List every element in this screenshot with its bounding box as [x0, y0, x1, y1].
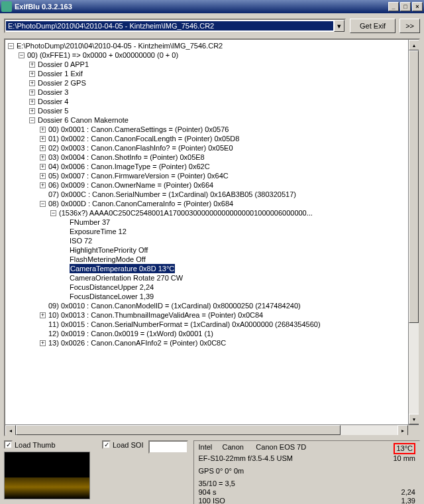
tree-leaf[interactable]: CameraOrientation Rotate 270 CW: [70, 273, 183, 283]
titlebar: ExifBlu 0.3.2.163 _ □ ×: [0, 0, 424, 13]
minimize-button[interactable]: _: [388, 2, 399, 11]
load-thumb-checkbox[interactable]: Load Thumb: [4, 440, 56, 449]
expand-icon[interactable]: +: [29, 90, 35, 95]
expand-icon[interactable]: +: [40, 127, 46, 133]
tree-node[interactable]: 09) 0x0010 : Canon.CanonModelID = (1xCar…: [48, 301, 301, 310]
tree-node[interactable]: 00) 0x0001 : Canon.CameraSettings = (Poi…: [48, 125, 229, 134]
expand-icon[interactable]: +: [40, 173, 46, 179]
expand-icon[interactable]: +: [29, 71, 35, 77]
load-soi-checkbox[interactable]: Load SOI: [102, 440, 143, 449]
exif-tree[interactable]: −E:\PhotoDump\2010\04\2010-04-05 - Kintz…: [5, 40, 419, 424]
temperature-highlight: 13°C: [394, 443, 415, 454]
tree-leaf[interactable]: ExposureTime 12: [70, 227, 127, 236]
checkbox-icon: [102, 440, 111, 449]
tree-node[interactable]: 13) 0x0026 : Canon.CanonAFInfo2 = (Point…: [48, 338, 226, 347]
path-value: E:\PhotoDump\2010\04\2010-04-05 - Kintzh…: [6, 21, 333, 31]
focal-length: 10 mm: [393, 454, 415, 463]
expand-icon[interactable]: −: [8, 43, 14, 49]
focus-upper: 2,24: [401, 488, 415, 497]
value-input[interactable]: [148, 440, 188, 454]
expand-icon[interactable]: +: [40, 164, 46, 170]
scroll-down-icon[interactable]: ▾: [409, 414, 419, 424]
scroll-up-icon[interactable]: ▴: [409, 40, 419, 50]
expand-icon[interactable]: +: [40, 340, 46, 346]
exposure: 904 s: [198, 488, 216, 497]
expand-icon[interactable]: +: [40, 312, 46, 318]
tree-node[interactable]: Dossier 6 Canon Makernote: [38, 115, 129, 125]
byte-order: Intel: [198, 443, 212, 451]
expand-icon[interactable]: +: [40, 145, 46, 151]
gps: GPS 0° 0° 0m: [198, 467, 244, 475]
tree-node[interactable]: 03) 0x0004 : Canon.ShotInfo = (Pointer) …: [48, 153, 205, 162]
app-icon: [1, 1, 12, 12]
tree-node[interactable]: (1536x?) AAAA0C250C2548001A1700030000000…: [59, 208, 313, 218]
tree-node[interactable]: Dossier 1 Exif: [38, 69, 83, 78]
tree-node[interactable]: 11) 0x0015 : Canon.SerialNumberFormat = …: [48, 320, 321, 329]
scroll-left-icon[interactable]: ◂: [5, 425, 16, 435]
expand-icon[interactable]: −: [40, 201, 46, 207]
tree-node[interactable]: E:\PhotoDump\2010\04\2010-04-05 - Kintzh…: [17, 41, 223, 50]
expand-icon[interactable]: +: [29, 99, 35, 105]
tree-panel: −E:\PhotoDump\2010\04\2010-04-05 - Kintz…: [4, 38, 420, 436]
close-button[interactable]: ×: [412, 2, 423, 11]
chevron-down-icon[interactable]: ▾: [334, 20, 344, 32]
tree-leaf[interactable]: FocusDistanceLower 1,39: [70, 292, 154, 301]
horizontal-scrollbar[interactable]: ◂ ▸: [5, 424, 419, 435]
expand-icon[interactable]: −: [19, 52, 25, 58]
aperture: 35/10 = 3,5: [198, 479, 235, 488]
thumbnail-image: [4, 452, 90, 499]
expand-icon[interactable]: +: [40, 182, 46, 188]
make: Canon: [223, 443, 244, 451]
vertical-scrollbar[interactable]: ▴ ▾: [408, 40, 419, 424]
expand-icon[interactable]: +: [40, 136, 46, 142]
tree-leaf[interactable]: ISO 72: [70, 236, 92, 245]
tree-leaf[interactable]: FNumber 37: [70, 218, 110, 227]
iso: 100 ISO: [198, 497, 225, 504]
tree-node[interactable]: 02) 0x0003 : Canon.CanonFlashInfo? = (Po…: [48, 143, 233, 153]
get-exif-button[interactable]: Get Exif: [350, 19, 396, 33]
tree-node[interactable]: Dossier 3: [38, 88, 68, 97]
tree-node[interactable]: 06) 0x0009 : Canon.OwnerName = (Pointer)…: [48, 180, 213, 190]
expand-icon[interactable]: +: [29, 80, 35, 86]
tree-node[interactable]: 05) 0x0007 : Canon.FirmwareVersion = (Po…: [48, 171, 229, 180]
tree-leaf[interactable]: FocusDistanceUpper 2,24: [70, 283, 154, 292]
tree-node[interactable]: 12) 0x0019 : Canon.0x0019 = (1xWord) 0x0…: [48, 329, 213, 338]
tree-node[interactable]: 04) 0x0006 : Canon.ImageType = (Pointer)…: [48, 162, 210, 171]
expand-icon[interactable]: −: [50, 210, 56, 216]
tree-node[interactable]: 07) 0x000C : Canon.SerialNumber = (1xCar…: [48, 190, 296, 199]
expand-icon[interactable]: +: [40, 155, 46, 160]
window-title: ExifBlu 0.3.2.163: [15, 3, 387, 11]
tree-node[interactable]: 01) 0x0002 : Canon.CanonFocalLength = (P…: [48, 134, 239, 143]
tree-node[interactable]: 10) 0x0013 : Canon.ThumbnailImageValidAr…: [48, 310, 263, 320]
tree-node[interactable]: 00) (0xFFE1) => 0x0000 + 0x00000000 (0 +…: [27, 50, 178, 60]
tree-node[interactable]: Dossier 0 APP1: [38, 60, 89, 69]
expand-icon[interactable]: +: [29, 108, 35, 114]
expand-icon[interactable]: −: [29, 117, 35, 123]
more-button[interactable]: >>: [399, 19, 420, 33]
tree-leaf[interactable]: HighlightTonePriority Off: [70, 245, 148, 255]
info-panel: Intel Canon Canon EOS 7D 13°C EF-S10-22m…: [193, 440, 420, 504]
expand-icon[interactable]: +: [29, 62, 35, 68]
tree-node[interactable]: Dossier 2 GPS: [38, 78, 86, 88]
toolbar: E:\PhotoDump\2010\04\2010-04-05 - Kintzh…: [0, 13, 424, 38]
bottom-panel: Load Thumb Load SOI Intel Canon Canon EO…: [0, 436, 424, 504]
path-combo[interactable]: E:\PhotoDump\2010\04\2010-04-05 - Kintzh…: [4, 19, 346, 33]
tree-node[interactable]: 08) 0x000D : Canon.CanonCameraInfo = (Po…: [48, 199, 233, 208]
checkbox-icon: [4, 440, 13, 449]
focus-lower: 1,39: [401, 497, 415, 504]
tree-leaf[interactable]: FlashMeteringMode Off: [70, 255, 146, 264]
tree-leaf-selected[interactable]: CameraTemperature 0x8D 13°C: [70, 264, 175, 273]
model: Canon EOS 7D: [256, 443, 306, 451]
tree-node[interactable]: Dossier 4: [38, 97, 68, 106]
scroll-right-icon[interactable]: ▸: [398, 425, 408, 435]
maximize-button[interactable]: □: [400, 2, 411, 11]
lens: EF-S10-22mm f/3.5-4.5 USM: [198, 454, 292, 463]
tree-node[interactable]: Dossier 5: [38, 106, 68, 115]
